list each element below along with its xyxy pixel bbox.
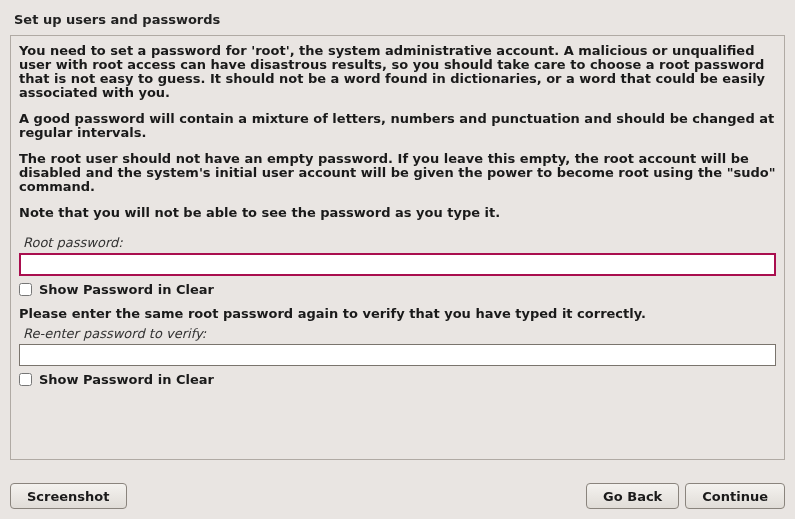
instruction-para-2: A good password will contain a mixture o…	[19, 112, 776, 140]
screenshot-button[interactable]: Screenshot	[10, 483, 127, 509]
show-password-clear-checkbox-1[interactable]	[19, 283, 32, 296]
verify-password-label: Re-enter password to verify:	[19, 323, 776, 344]
footer: Screenshot Go Back Continue	[10, 483, 785, 509]
continue-button[interactable]: Continue	[685, 483, 785, 509]
instruction-para-4: Note that you will not be able to see th…	[19, 206, 776, 220]
show-password-clear-checkbox-2[interactable]	[19, 373, 32, 386]
verify-instruction: Please enter the same root password agai…	[19, 307, 776, 321]
page-title: Set up users and passwords	[0, 0, 795, 35]
root-password-label: Root password:	[19, 232, 776, 253]
root-password-input[interactable]	[19, 253, 776, 276]
instruction-para-1: You need to set a password for 'root', t…	[19, 44, 776, 100]
main-frame: You need to set a password for 'root', t…	[10, 35, 785, 460]
show-password-clear-label-2[interactable]: Show Password in Clear	[39, 372, 214, 387]
go-back-button[interactable]: Go Back	[586, 483, 679, 509]
show-password-clear-label-1[interactable]: Show Password in Clear	[39, 282, 214, 297]
instruction-para-3: The root user should not have an empty p…	[19, 152, 776, 194]
verify-password-input[interactable]	[19, 344, 776, 366]
